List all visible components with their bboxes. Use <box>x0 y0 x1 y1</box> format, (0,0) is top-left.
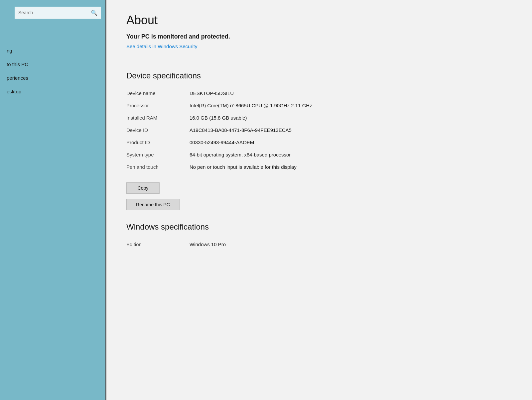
spec-value-device-name: DESKTOP-I5DSILU <box>183 87 512 99</box>
copy-button[interactable]: Copy <box>126 182 160 194</box>
sidebar-item-periences[interactable]: periences <box>0 71 106 85</box>
security-status: Your PC is monitored and protected. <box>126 33 512 40</box>
spec-value-product-id: 00330-52493-99444-AAOEM <box>183 136 512 149</box>
sidebar-item-label: to this PC <box>7 61 28 67</box>
sidebar: 🔍 ng to this PC periences esktop <box>0 0 106 400</box>
windows-specs-section: Windows specifications Edition Windows 1… <box>126 222 512 250</box>
spec-label-edition: Edition <box>126 238 183 250</box>
search-bar-container: 🔍 <box>0 0 106 24</box>
device-specs-table: Device name DESKTOP-I5DSILU Processor In… <box>126 87 512 173</box>
spec-value-system-type: 64-bit operating system, x64-based proce… <box>183 149 512 161</box>
device-specs-title: Device specifications <box>126 71 512 80</box>
spec-label-device-name: Device name <box>126 87 183 99</box>
spec-label-system-type: System type <box>126 149 183 161</box>
search-bar[interactable]: 🔍 <box>15 7 101 19</box>
sidebar-item-label: periences <box>7 75 28 81</box>
main-content: About Your PC is monitored and protected… <box>106 0 532 400</box>
spec-value-edition: Windows 10 Pro <box>183 238 512 250</box>
spec-value-pen-and-touch: No pen or touch input is available for t… <box>183 161 512 173</box>
windows-specs-table: Edition Windows 10 Pro <box>126 238 512 250</box>
sidebar-divider <box>105 0 106 400</box>
sidebar-item-esktop[interactable]: esktop <box>0 85 106 98</box>
sidebar-item-label: esktop <box>7 89 21 94</box>
spec-value-processor: Intel(R) Core(TM) i7-8665U CPU @ 1.90GHz… <box>183 99 512 112</box>
sidebar-nav: ng to this PC periences esktop <box>0 24 106 400</box>
spec-label-processor: Processor <box>126 99 183 112</box>
spec-label-installed-ram: Installed RAM <box>126 112 183 124</box>
sidebar-item-ng[interactable]: ng <box>0 44 106 57</box>
spec-label-pen-and-touch: Pen and touch <box>126 161 183 173</box>
search-input[interactable] <box>18 10 89 15</box>
page-title: About <box>126 13 512 27</box>
sidebar-item-label: ng <box>7 48 12 53</box>
security-link[interactable]: See details in Windows Security <box>126 44 197 49</box>
spec-value-installed-ram: 16.0 GB (15.8 GB usable) <box>183 112 512 124</box>
spec-label-device-id: Device ID <box>126 124 183 136</box>
rename-pc-button[interactable]: Rename this PC <box>126 199 180 210</box>
search-icon: 🔍 <box>91 10 97 16</box>
sidebar-item-to-this-pc[interactable]: to this PC <box>0 57 106 71</box>
windows-specs-title: Windows specifications <box>126 222 512 232</box>
spec-label-product-id: Product ID <box>126 136 183 149</box>
spec-value-device-id: A19C8413-BA08-4471-8F6A-94FEE913ECA5 <box>183 124 512 136</box>
